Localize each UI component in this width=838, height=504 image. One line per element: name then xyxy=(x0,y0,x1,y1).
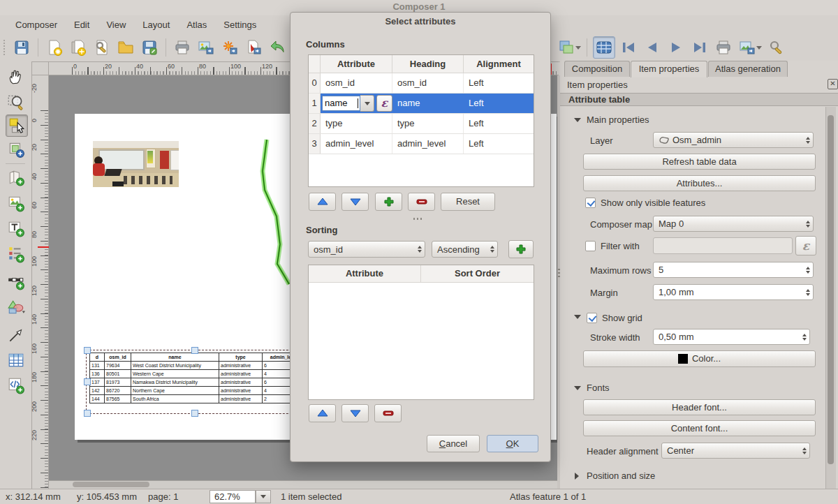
remove-sorting-button[interactable] xyxy=(374,404,402,422)
scrollbar-thumb[interactable] xyxy=(828,115,834,464)
group-fonts[interactable]: Fonts xyxy=(587,383,610,393)
export-svg-button[interactable] xyxy=(219,37,240,58)
move-item-content-button[interactable] xyxy=(6,139,27,160)
attribute-dropdown-button[interactable] xyxy=(360,95,374,112)
columns-table[interactable]: Attribute Heading Alignment 0 osm_id osm… xyxy=(308,54,534,187)
splitter-grip[interactable] xyxy=(413,218,423,220)
attribute-cell[interactable]: admin_level xyxy=(321,134,392,154)
close-icon[interactable]: ✕ xyxy=(828,79,838,89)
tab-composition[interactable]: Composition xyxy=(564,61,630,77)
resize-handle[interactable] xyxy=(84,378,91,385)
heading-cell[interactable]: type xyxy=(392,114,464,133)
expression-builder-button[interactable]: ε xyxy=(795,236,816,255)
add-shape-button[interactable] xyxy=(6,297,27,318)
column-row-2[interactable]: 2 type type Left xyxy=(309,114,534,134)
panel-scrollbar[interactable] xyxy=(825,107,836,489)
sorting-order-combo[interactable]: Ascending xyxy=(432,241,498,258)
stroke-width-spinbox[interactable]: 0,50 mm xyxy=(653,329,810,345)
zoom-level-combo[interactable]: 62.7% xyxy=(210,490,272,503)
collapse-icon[interactable] xyxy=(574,315,581,319)
layer-combo[interactable]: Osm_admin xyxy=(653,132,814,148)
next-feature-button[interactable] xyxy=(666,37,686,58)
filter-with-checkbox[interactable] xyxy=(585,241,596,251)
add-html-button[interactable] xyxy=(6,375,27,396)
collapse-icon[interactable] xyxy=(574,118,581,122)
export-pdf-button[interactable] xyxy=(243,37,264,58)
add-sorting-button[interactable] xyxy=(508,240,534,258)
export-atlas-button[interactable] xyxy=(737,37,763,58)
add-label-button[interactable] xyxy=(6,218,27,239)
content-font-button[interactable]: Content font... xyxy=(583,420,816,436)
resize-handle[interactable] xyxy=(191,410,198,417)
save-button[interactable] xyxy=(11,37,32,58)
sorting-table[interactable]: Attribute Sort Order xyxy=(308,265,534,400)
column-row-1-selected[interactable]: 1 name ε name Left xyxy=(309,94,534,114)
export-image-button[interactable] xyxy=(196,37,216,58)
expression-builder-button[interactable]: ε xyxy=(376,95,392,112)
move-column-down-button[interactable] xyxy=(341,193,369,211)
menu-composer[interactable]: Composer xyxy=(7,17,66,32)
picture-item[interactable] xyxy=(93,141,179,187)
group-position-size[interactable]: Position and size xyxy=(587,470,655,481)
alignment-cell[interactable]: Left xyxy=(464,73,534,93)
column-row-3[interactable]: 3 admin_level admin_level Left xyxy=(309,134,534,154)
maximum-rows-spinbox[interactable]: 5 xyxy=(653,262,814,278)
menu-atlas[interactable]: Atlas xyxy=(178,17,215,32)
alignment-cell[interactable]: Left xyxy=(464,134,534,154)
add-legend-button[interactable] xyxy=(6,244,27,265)
resize-handle[interactable] xyxy=(84,347,91,354)
header-alignment-combo[interactable]: Center xyxy=(661,443,810,459)
show-visible-features-checkbox[interactable] xyxy=(585,198,596,208)
attributes-button[interactable]: Attributes... xyxy=(583,175,816,191)
duplicate-composition-button[interactable] xyxy=(68,37,89,58)
scrollbar-thumb[interactable] xyxy=(73,482,149,487)
resize-handle[interactable] xyxy=(191,347,198,354)
first-feature-button[interactable] xyxy=(618,37,639,58)
undo-button[interactable] xyxy=(267,37,288,58)
sorting-attribute-combo[interactable]: osm_id xyxy=(308,241,425,258)
zoom-button[interactable] xyxy=(6,91,27,112)
heading-cell[interactable]: name xyxy=(392,94,464,113)
add-image-button[interactable] xyxy=(6,193,27,214)
add-attribute-table-button[interactable] xyxy=(6,350,27,371)
attribute-cell[interactable]: type xyxy=(321,114,392,133)
alignment-cell[interactable]: Left xyxy=(464,94,534,113)
heading-cell[interactable]: admin_level xyxy=(392,134,464,154)
align-items-button[interactable] xyxy=(557,37,581,58)
cancel-button[interactable]: Cancel xyxy=(427,435,480,452)
toolbar-grip[interactable] xyxy=(2,40,8,55)
collapse-icon[interactable] xyxy=(574,386,581,390)
group-main-properties[interactable]: Main properties xyxy=(587,114,649,125)
header-font-button[interactable]: Header font... xyxy=(583,399,816,415)
show-grid-checkbox[interactable] xyxy=(587,313,597,323)
composition-manager-button[interactable] xyxy=(91,37,112,58)
move-column-up-button[interactable] xyxy=(309,193,336,211)
zoom-dropdown-button[interactable] xyxy=(256,490,271,503)
preview-atlas-button[interactable] xyxy=(593,36,615,59)
previous-feature-button[interactable] xyxy=(642,37,663,58)
tab-atlas-generation[interactable]: Atlas generation xyxy=(708,61,788,77)
ok-button[interactable]: OK xyxy=(487,435,538,452)
resize-handle[interactable] xyxy=(84,410,91,417)
margin-spinbox[interactable]: 1,00 mm xyxy=(653,284,814,300)
load-from-template-button[interactable] xyxy=(115,37,136,58)
attribute-table-item[interactable]: d osm_id name type admin_le 13179634West… xyxy=(89,353,300,403)
heading-cell[interactable]: osm_id xyxy=(392,73,464,93)
add-scalebar-button[interactable] xyxy=(6,271,27,292)
attribute-edit-input[interactable]: name xyxy=(322,96,360,111)
menu-edit[interactable]: Edit xyxy=(66,17,98,32)
print-atlas-button[interactable] xyxy=(713,37,734,58)
alignment-cell[interactable]: Left xyxy=(464,114,534,133)
refresh-table-data-button[interactable]: Refresh table data xyxy=(583,154,816,170)
canvas-horizontal-scrollbar[interactable] xyxy=(49,480,560,489)
atlas-settings-button[interactable] xyxy=(766,37,787,58)
select-move-item-button[interactable] xyxy=(6,114,28,137)
new-composition-button[interactable] xyxy=(44,37,65,58)
last-feature-button[interactable] xyxy=(689,37,710,58)
remove-column-button[interactable] xyxy=(408,193,435,211)
menu-layout[interactable]: Layout xyxy=(134,17,178,32)
collapse-icon[interactable] xyxy=(575,473,579,480)
reset-columns-button[interactable]: Reset xyxy=(441,193,495,211)
move-sorting-down-button[interactable] xyxy=(341,404,369,422)
attribute-cell[interactable]: osm_id xyxy=(321,73,392,93)
